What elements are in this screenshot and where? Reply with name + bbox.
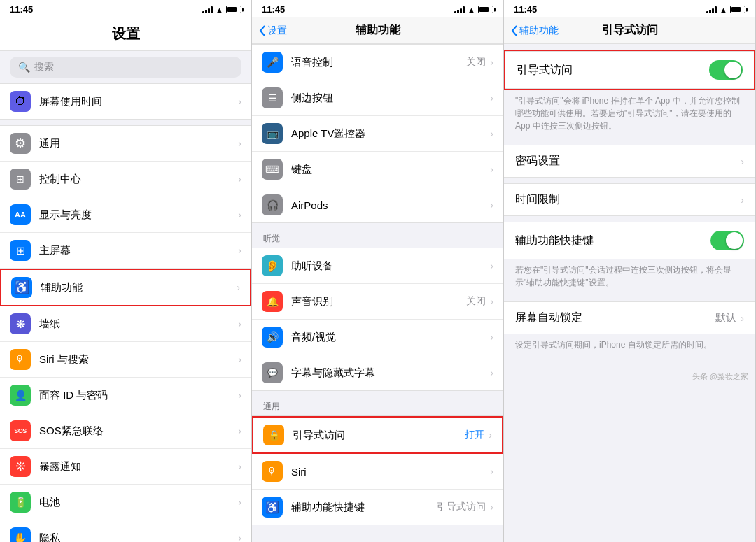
signal-icon [202,6,213,13]
sos-icon: SOS [10,420,31,441]
screen-time-icon: ⏱ [10,91,31,112]
settings-list: ⏱ 屏幕使用时间 › ⚙ 通用 › ⊞ 控制中心 › AA 显示与亮度 › [0,83,251,542]
nav-bar-3: 辅助功能 引导式访问 [504,17,755,44]
side-button-icon: ☰ [262,87,283,108]
settings-item-sos[interactable]: SOS SOS紧急联络 › [0,413,251,449]
guided-access-value: 打开 [465,429,484,441]
search-input[interactable]: 🔍 搜索 [10,57,241,78]
chevron-icon: › [741,313,744,324]
voice-control-label: 语音控制 [291,56,466,69]
chevron-icon: › [238,425,241,436]
settings-item-general[interactable]: ⚙ 通用 › [0,126,251,162]
airpods-label: AirPods [291,199,489,211]
acc-item-audio[interactable]: 🔊 音频/视觉 › [252,320,503,355]
wifi-icon-3: ▲ [720,6,727,14]
airpods-icon: 🎧 [262,194,283,215]
settings-item-exposure[interactable]: ❊ 暴露通知 › [0,449,251,485]
auto-lock-row[interactable]: 屏幕自动锁定 默认 › [504,302,755,334]
page-title-section: 设置 [0,17,251,51]
chevron-icon: › [490,501,493,513]
acc-item-airpods[interactable]: 🎧 AirPods › [252,187,503,222]
status-icons-1: ▲ [202,6,241,14]
subtitles-icon: 💬 [262,362,283,383]
chevron-icon: › [490,331,493,343]
settings-item-privacy[interactable]: ✋ 隐私 › [0,520,251,542]
settings-group-2: ⚙ 通用 › ⊞ 控制中心 › AA 显示与亮度 › ⊞ 主屏幕 › ♿ [0,125,251,542]
wifi-icon: ▲ [216,6,223,14]
chevron-icon: › [238,138,241,149]
chevron-icon: › [238,461,241,472]
settings-panel: 11:45 ▲ 设置 🔍 搜索 ⏱ 屏幕使用时间 › [0,0,252,542]
back-button-2[interactable]: 设置 [259,24,287,37]
keyboard-label: 键盘 [291,163,489,176]
acc-item-side-button[interactable]: ☰ 侧边按钮 › [252,80,503,116]
acc-item-hearing[interactable]: 👂 助听设备 › [252,248,503,284]
battery-icon-2 [478,6,493,13]
wallpaper-label: 墙纸 [39,318,237,331]
general-header: 通用 [252,391,503,415]
battery-label: 电池 [39,496,237,509]
acc-item-sound[interactable]: 🔔 声音识别 关闭 › [252,284,503,320]
subtitles-label: 字幕与隐藏式字幕 [291,366,489,380]
settings-item-siri[interactable]: 🎙 Siri 与搜索 › [0,342,251,378]
acc-item-subtitles[interactable]: 💬 字幕与隐藏式字幕 › [252,355,503,390]
settings-item-home-screen[interactable]: ⊞ 主屏幕 › [0,233,251,269]
nav-title-3: 引导式访问 [602,23,658,38]
acc-item-shortcut[interactable]: ♿ 辅助功能快捷键 引导式访问 › [252,490,503,525]
accessibility-group-3: 🔒 引导式访问 打开 › 🎙 Siri › ♿ 辅助功能快捷键 引导式访问 › [252,415,503,525]
settings-item-screen-time[interactable]: ⏱ 屏幕使用时间 › [0,84,251,119]
shortcut-icon: ♿ [262,497,283,518]
toggle-thumb [724,62,741,78]
acc-item-voice-control[interactable]: 🎤 语音控制 关闭 › [252,45,503,80]
settings-item-battery[interactable]: 🔋 电池 › [0,485,251,520]
chevron-icon: › [238,318,241,329]
back-label-2: 设置 [267,24,287,37]
keyboard-icon: ⌨ [262,159,283,180]
wifi-icon-2: ▲ [468,6,475,14]
settings-item-faceid[interactable]: 👤 面容 ID 与密码 › [0,378,251,413]
settings-item-wallpaper[interactable]: ❋ 墙纸 › [0,306,251,342]
shortcut-toggle[interactable] [710,231,744,250]
chevron-icon: › [490,466,493,477]
back-chevron-3 [511,25,518,36]
passcode-label: 密码设置 [515,154,739,169]
chevron-icon: › [238,209,241,220]
guided-access-section: 引导式访问 [505,51,754,89]
guided-access-description: "引导式访问"会将 iPhone 推持在单个 App 中，并允许您控制哪些功能可… [504,90,755,139]
accessibility-icon: ♿ [11,277,32,298]
sos-label: SOS紧急联络 [39,425,237,438]
time-limit-row[interactable]: 时间限制 › [504,184,755,215]
display-label: 显示与亮度 [39,208,237,222]
chevron-icon: › [238,532,241,542]
guided-access-icon: 🔒 [263,425,284,445]
signal-icon-3 [706,6,717,13]
status-icons-3: ▲ [706,6,746,14]
battery-icon-3 [730,6,746,13]
settings-item-accessibility[interactable]: ♿ 辅助功能 › [0,269,251,306]
shortcut-row-label: 辅助功能快捷键 [515,234,710,248]
nav-title-2: 辅助功能 [356,23,400,38]
chevron-icon: › [490,260,493,271]
signal-icon-2 [454,6,465,13]
acc-item-keyboard[interactable]: ⌨ 键盘 › [252,152,503,187]
chevron-icon: › [490,57,493,68]
home-icon: ⊞ [10,240,31,261]
acc-item-guided-access[interactable]: 🔒 引导式访问 打开 › [252,416,503,454]
back-button-3[interactable]: 辅助功能 [511,24,559,37]
shortcut-description: 若您在"引导式访问"会话过程中连按三次侧边按钮，将会显示"辅助功能快捷键"设置。 [504,259,755,296]
chevron-icon: › [490,367,493,378]
chevron-icon: › [238,390,241,401]
settings-item-display[interactable]: AA 显示与亮度 › [0,197,251,233]
battery-list-icon: 🔋 [10,492,31,513]
acc-item-siri2[interactable]: 🎙 Siri › [252,454,503,490]
exposure-label: 暴露通知 [39,460,237,473]
passcode-row[interactable]: 密码设置 › [504,145,755,177]
chevron-icon: › [238,354,241,365]
time-limit-label: 时间限制 [515,192,739,207]
accessibility-group-1: 🎤 语音控制 关闭 › ☰ 侧边按钮 › 📺 Apple TV遥控器 › ⌨ 键… [252,44,503,223]
acc-item-appletv[interactable]: 📺 Apple TV遥控器 › [252,116,503,152]
appletv-icon: 📺 [262,123,283,144]
guided-access-toggle[interactable] [709,60,743,80]
sound-icon: 🔔 [262,291,283,312]
settings-item-control-center[interactable]: ⊞ 控制中心 › [0,162,251,197]
